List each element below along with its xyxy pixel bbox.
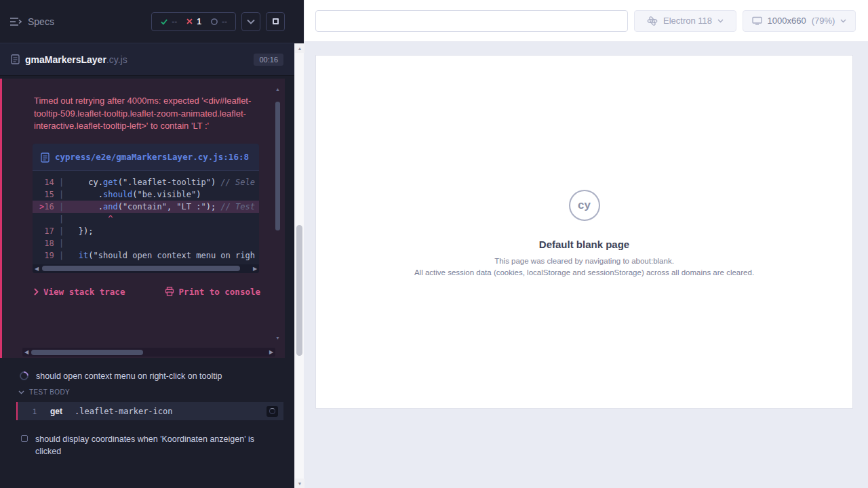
browser-label: Electron 118 <box>663 16 712 26</box>
collapse-reporter-button[interactable] <box>241 12 260 31</box>
x-icon <box>186 18 193 25</box>
command-number: 1 <box>33 407 50 415</box>
code-frame: cypress/e2e/gmaMarkersLayer.cy.js:16:8 1… <box>33 144 259 273</box>
aut-toolbar: Electron 118 1000x660 (79%) <box>304 0 868 42</box>
specs-list-toggle-icon[interactable] <box>9 17 22 26</box>
aut-panel: Electron 118 1000x660 (79%) cy Default b… <box>304 0 868 488</box>
specs-label[interactable]: Specs <box>28 16 54 27</box>
chevron-down-icon <box>840 19 846 23</box>
chevron-down-icon <box>717 19 724 23</box>
viewport-select[interactable]: 1000x660 (79%) <box>743 10 856 32</box>
scroll-left-arrow-icon[interactable]: ◀ <box>22 348 31 357</box>
print-to-console-label: Print to console <box>179 287 260 297</box>
running-spinner-icon <box>18 369 30 382</box>
code-frame-path-link[interactable]: cypress/e2e/gmaMarkersLayer.cy.js:16:8 <box>55 150 249 163</box>
stat-failed: 1 <box>186 17 201 26</box>
error-actions: View stack trace Print to console <box>34 287 260 297</box>
code-frame-horizontal-scrollbar[interactable]: ◀ ▶ <box>33 264 259 273</box>
chevron-right-icon <box>34 288 39 296</box>
chevron-down-icon <box>247 19 255 24</box>
test-error-panel: Timed out retrying after 4000ms: expecte… <box>0 79 285 358</box>
viewport-scale: (79%) <box>812 16 835 26</box>
test-body-label: TEST BODY <box>29 388 70 396</box>
code-line: 17 | }); <box>33 225 259 237</box>
code-line: 15 | .should("be.visible") <box>33 188 259 201</box>
stop-icon <box>273 18 279 24</box>
scroll-up-arrow-icon[interactable]: ▲ <box>295 43 304 53</box>
code-line: 14 | cy.get(".leaflet-tooltip") // Sele <box>33 176 259 188</box>
scroll-down-arrow-icon[interactable]: ▼ <box>275 336 281 340</box>
test-title: should display coordinates when 'Koordin… <box>35 433 263 458</box>
spec-name[interactable]: gmaMarkersLayer <box>25 54 106 65</box>
scrollbar-thumb[interactable] <box>42 266 240 271</box>
viewport-size: 1000x660 <box>768 16 806 26</box>
code-frame-header[interactable]: cypress/e2e/gmaMarkersLayer.cy.js:16:8 <box>33 144 259 171</box>
stat-pending: -- <box>210 17 227 26</box>
spec-extension: .cy.js <box>106 54 127 65</box>
passed-count: -- <box>172 17 177 26</box>
test-body-section-toggle[interactable]: TEST BODY <box>18 388 70 396</box>
scrollbar-thumb[interactable] <box>31 350 143 355</box>
test-item-pending[interactable]: should display coordinates when 'Koordin… <box>0 433 283 458</box>
error-vertical-scrollbar[interactable]: ▲ ▼ <box>275 87 281 340</box>
code-line: 18 | <box>33 237 259 249</box>
failed-count: 1 <box>197 17 201 26</box>
print-icon <box>165 287 174 296</box>
run-stats: -- 1 -- <box>151 12 236 31</box>
scroll-right-arrow-icon[interactable]: ▶ <box>251 264 259 273</box>
scroll-right-arrow-icon[interactable]: ▶ <box>267 348 275 357</box>
viewport-icon <box>752 16 762 25</box>
error-horizontal-scrollbar[interactable]: ◀ ▶ <box>22 348 275 357</box>
chevron-down-icon <box>18 390 24 394</box>
pending-circle-icon <box>210 18 218 26</box>
scrollbar-thumb[interactable] <box>296 225 302 356</box>
command-log-row[interactable]: 1 get .leaflet-marker-icon <box>16 402 283 420</box>
blank-page-message-1: This page was cleared by navigating to a… <box>494 257 674 265</box>
test-title: should open context menu on right-click … <box>36 370 264 382</box>
cypress-logo-text: cy <box>578 199 591 212</box>
browser-select[interactable]: Electron 118 <box>634 10 736 32</box>
aut-background: cy Default blank page This page was clea… <box>304 42 868 488</box>
test-item-running[interactable]: should open context menu on right-click … <box>0 370 283 382</box>
command-message: .leaflet-marker-icon <box>75 407 173 416</box>
scrollbar-thumb[interactable] <box>275 102 280 230</box>
code-line: 19 | it("should open context menu on rig… <box>33 249 259 262</box>
reporter-header: Specs -- 1 -- <box>0 0 294 43</box>
file-icon <box>11 54 20 64</box>
spec-duration-badge: 00:16 <box>254 54 283 66</box>
stat-passed: -- <box>160 17 177 26</box>
code-line: >16 | .and("contain", "LT :"); // Test <box>33 201 259 213</box>
pending-square-icon <box>21 435 28 442</box>
print-to-console-link[interactable]: Print to console <box>165 287 260 297</box>
command-spinner-icon <box>269 408 275 414</box>
reporter-sidebar: Specs -- 1 -- <box>0 0 304 488</box>
scroll-left-arrow-icon[interactable]: ◀ <box>33 264 41 273</box>
blank-page-title: Default blank page <box>539 239 629 250</box>
spec-header: gmaMarkersLayer .cy.js 00:16 <box>0 43 294 76</box>
cypress-logo: cy <box>569 190 600 221</box>
scroll-up-arrow-icon[interactable]: ▲ <box>275 87 281 92</box>
code-line: | ^ <box>33 213 259 225</box>
electron-icon <box>647 16 658 26</box>
scroll-down-arrow-icon[interactable]: ▼ <box>295 479 304 488</box>
pending-count: -- <box>222 17 227 26</box>
code-frame-lines: 14 | cy.get(".leaflet-tooltip") // Sele … <box>33 171 259 264</box>
file-icon <box>41 152 50 163</box>
stop-run-button[interactable] <box>266 12 285 31</box>
aut-frame: cy Default blank page This page was clea… <box>316 56 852 408</box>
view-stack-trace-label: View stack trace <box>43 287 125 297</box>
check-icon <box>160 18 168 26</box>
command-pending-badge <box>267 406 278 417</box>
reporter-scrollbar[interactable]: ▲ ▼ <box>294 43 304 488</box>
command-method: get <box>50 407 75 416</box>
blank-page-message-2: All active session data (cookies, localS… <box>414 268 754 277</box>
view-stack-trace-link[interactable]: View stack trace <box>34 287 125 297</box>
url-input[interactable] <box>315 10 628 32</box>
cypress-runner-window: Specs -- 1 -- <box>0 0 868 488</box>
error-message: Timed out retrying after 4000ms: expecte… <box>34 95 258 133</box>
